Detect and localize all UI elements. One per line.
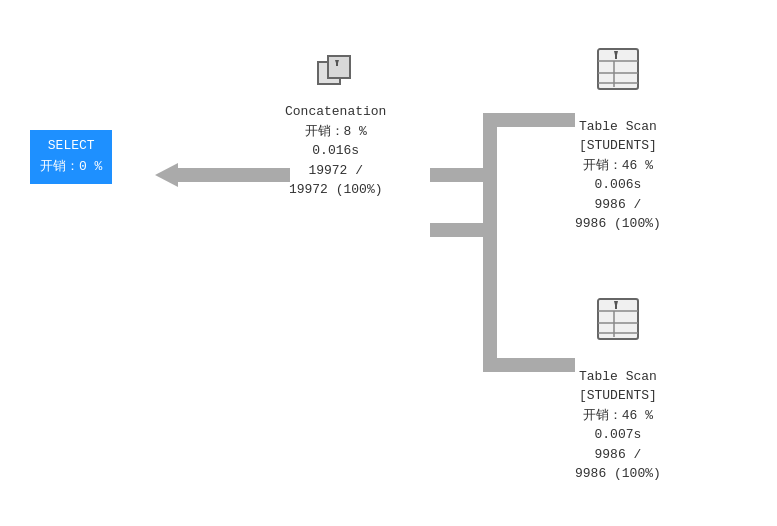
scan-icon-1 <box>594 45 642 93</box>
scan-label-2: [STUDENTS] 开销：46 % 0.007s 9986 / 9986 (1… <box>575 386 661 484</box>
scan-icon-2 <box>594 295 642 343</box>
concat-icon <box>312 50 360 98</box>
table-scan-node-1: Table Scan [STUDENTS] 开销：46 % 0.006s 998… <box>575 45 661 234</box>
table-scan-node-2: Table Scan [STUDENTS] 开销：46 % 0.007s 998… <box>575 295 661 484</box>
concat-label: Concatenation 开销：8 % 0.016s 19972 / 1997… <box>285 102 386 200</box>
svg-rect-11 <box>328 56 350 78</box>
select-node: SELECT 开销：0 % <box>30 130 112 184</box>
scan-title-2: Table Scan <box>579 347 657 386</box>
svg-rect-8 <box>483 113 497 237</box>
scan-title-1: Table Scan <box>579 97 657 136</box>
select-label-line1: SELECT <box>40 136 102 157</box>
query-plan-diagram: SELECT 开销：0 % Concatenation 开销：8 % 0.016… <box>0 0 777 526</box>
scan-label-1: [STUDENTS] 开销：46 % 0.006s 9986 / 9986 (1… <box>575 136 661 234</box>
select-box: SELECT 开销：0 % <box>30 130 112 184</box>
svg-rect-9 <box>483 230 497 372</box>
concat-node: Concatenation 开销：8 % 0.016s 19972 / 1997… <box>285 50 386 200</box>
svg-marker-1 <box>155 163 178 187</box>
select-label-line2: 开销：0 % <box>40 157 102 178</box>
